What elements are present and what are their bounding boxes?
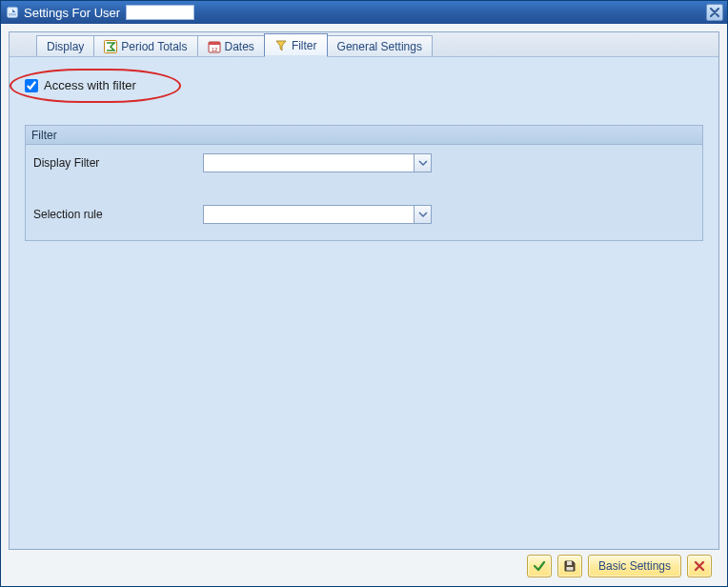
sigma-icon [104,40,117,53]
window-title: Settings For User [24,6,120,20]
chevron-down-icon [414,154,431,172]
chevron-down-icon [414,206,431,223]
tab-general-settings[interactable]: General Settings [327,35,433,56]
selection-rule-label: Selection rule [31,208,203,221]
tab-period-totals[interactable]: Period Totals [93,35,197,56]
tab-label: Period Totals [121,40,187,53]
window-root: Settings For User Display [0,0,728,587]
tab-label: Display [47,40,84,53]
svg-rect-6 [567,561,572,565]
tab-label: Filter [292,39,317,52]
selection-rule-row: Selection rule [31,204,697,225]
accept-button[interactable] [527,555,552,577]
tab-dates[interactable]: 12 Dates [197,35,265,56]
button-bar: Basic Settings [9,550,719,582]
window-icon [5,5,20,20]
basic-settings-button[interactable]: Basic Settings [588,555,681,577]
tabstrip: Display Period Totals [10,32,718,57]
tab-label: General Settings [337,40,422,53]
access-with-filter-checkbox[interactable] [25,79,38,92]
filter-groupbox: Filter Display Filter [25,125,703,241]
tab-label: Dates [225,40,254,53]
display-filter-row: Display Filter [31,152,697,173]
floppy-icon [563,559,576,573]
svg-rect-1 [9,13,16,16]
selection-rule-dropdown[interactable] [203,205,432,224]
filter-panel: Access with filter Filter Display Filter [10,57,718,549]
close-button[interactable] [706,4,723,21]
tab-display[interactable]: Display [36,35,94,56]
check-icon [533,559,546,573]
access-with-filter-row: Access with filter [25,78,136,92]
funnel-icon [274,39,288,52]
tab-filter[interactable]: Filter [264,33,328,56]
client-area: Display Period Totals [1,24,727,586]
display-filter-dropdown[interactable] [203,153,432,172]
display-filter-label: Display Filter [31,156,203,170]
svg-rect-7 [566,567,573,571]
title-user-field[interactable] [126,5,194,20]
calendar-icon: 12 [208,40,221,53]
svg-text:12: 12 [211,46,217,51]
filter-groupbox-title: Filter [26,126,702,145]
titlebar: Settings For User [1,1,727,24]
tab-container: Display Period Totals [9,31,719,550]
close-icon [694,560,705,572]
access-with-filter-label: Access with filter [44,78,136,92]
save-button[interactable] [557,555,582,577]
svg-rect-4 [209,42,220,45]
basic-settings-label: Basic Settings [598,559,671,573]
cancel-button[interactable] [687,555,712,577]
